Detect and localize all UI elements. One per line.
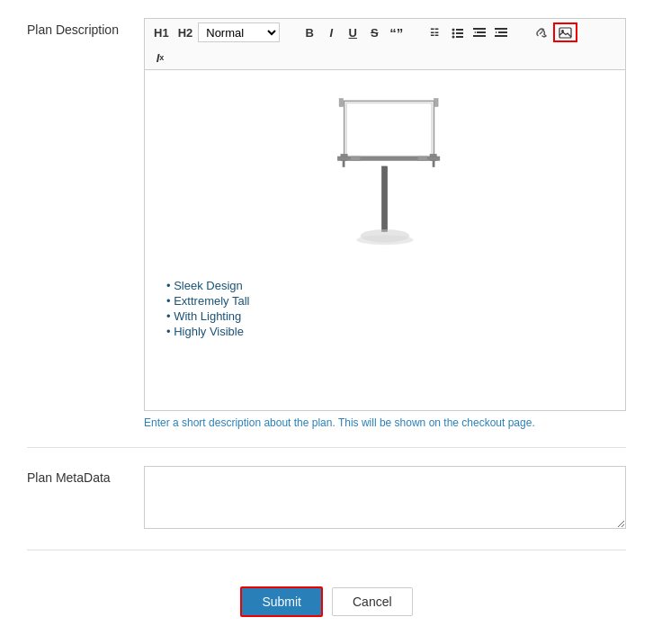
- svg-rect-18: [346, 103, 432, 156]
- clear-format-sub-icon: x: [159, 53, 164, 62]
- svg-rect-9: [473, 35, 486, 37]
- svg-point-16: [561, 30, 564, 32]
- indent-decrease-icon: [473, 26, 486, 39]
- image-icon: [559, 26, 572, 40]
- svg-point-5: [452, 36, 455, 39]
- svg-rect-22: [434, 98, 439, 106]
- indent-increase-button[interactable]: [491, 22, 511, 42]
- editor-container: H1 H2 Normal Heading 1 Heading 2 Heading…: [144, 18, 626, 429]
- svg-rect-29: [417, 157, 427, 161]
- ordered-list-button[interactable]: ☷: [426, 22, 446, 42]
- svg-rect-12: [498, 31, 507, 33]
- list-item-2: Exttremely Tall: [166, 294, 611, 308]
- link-icon: [534, 26, 548, 40]
- hint-highlight: plan: [312, 416, 333, 429]
- editor-toolbar-row2: Ix: [144, 46, 626, 69]
- format-select[interactable]: Normal Heading 1 Heading 2 Heading 3 Par…: [198, 22, 280, 42]
- editor-body[interactable]: Sleek Design Exttremely Tall With Lighti…: [144, 69, 626, 411]
- image-button[interactable]: [553, 22, 577, 42]
- svg-rect-15: [559, 28, 571, 38]
- list-item-1: Sleek Design: [166, 279, 611, 292]
- svg-marker-14: [496, 31, 497, 33]
- underline-button[interactable]: U: [343, 22, 362, 42]
- plan-metadata-row: Plan MetaData: [27, 466, 626, 550]
- editor-hint: Enter a short description about the plan…: [144, 416, 626, 429]
- plan-description-label: Plan Description: [27, 18, 144, 40]
- strikethrough-button[interactable]: S: [364, 22, 384, 42]
- svg-point-30: [356, 235, 414, 245]
- list-item-4: Highly Visible: [166, 325, 611, 338]
- svg-rect-28: [351, 157, 361, 161]
- svg-marker-10: [474, 31, 476, 33]
- svg-rect-4: [456, 32, 463, 34]
- svg-point-1: [452, 29, 455, 31]
- unordered-list-button[interactable]: [448, 22, 468, 42]
- billboard-image-container: [159, 85, 611, 264]
- svg-rect-6: [456, 36, 463, 38]
- svg-rect-26: [381, 166, 387, 232]
- bullet-list: Sleek Design Exttremely Tall With Lighti…: [159, 279, 611, 338]
- blockquote-button[interactable]: “”: [386, 22, 407, 42]
- italic-button[interactable]: I: [321, 22, 341, 42]
- svg-rect-8: [477, 31, 486, 33]
- page-container: Plan Description H1 H2 Normal Heading 1 …: [0, 0, 653, 644]
- list-item-3: With Lighting: [166, 309, 611, 323]
- form-footer: Submit Cancel: [27, 568, 626, 635]
- svg-rect-21: [339, 98, 344, 106]
- link-button[interactable]: [531, 22, 551, 42]
- svg-rect-2: [456, 29, 463, 31]
- hint-text-end: . This will be shown on the checkout pag…: [332, 416, 534, 429]
- plan-description-row: Plan Description H1 H2 Normal Heading 1 …: [27, 18, 626, 448]
- divider3: [514, 24, 528, 40]
- submit-button[interactable]: Submit: [240, 586, 323, 617]
- editor-toolbar-row1: H1 H2 Normal Heading 1 Heading 2 Heading…: [144, 18, 626, 46]
- cancel-button[interactable]: Cancel: [332, 587, 413, 616]
- svg-point-3: [452, 32, 455, 35]
- h1-button[interactable]: H1: [150, 22, 173, 42]
- indent-decrease-button[interactable]: [470, 22, 489, 42]
- divider1: [282, 24, 297, 40]
- ul-icon: [452, 26, 464, 39]
- metadata-content: [144, 466, 626, 532]
- indent-increase-icon: [495, 26, 507, 39]
- billboard-svg: [313, 85, 457, 264]
- ol-icon: ☷: [430, 26, 443, 39]
- svg-rect-11: [495, 28, 507, 30]
- h2-button[interactable]: H2: [174, 22, 197, 42]
- svg-rect-13: [495, 35, 507, 37]
- divider2: [409, 24, 424, 40]
- clear-format-button[interactable]: Ix: [150, 48, 170, 67]
- svg-rect-24: [343, 161, 345, 167]
- svg-text:☷: ☷: [430, 27, 439, 38]
- plan-metadata-label: Plan MetaData: [27, 466, 144, 487]
- svg-rect-25: [433, 161, 435, 167]
- bold-button[interactable]: B: [300, 22, 319, 42]
- metadata-textarea[interactable]: [144, 466, 626, 529]
- hint-text-start: Enter a short description about the: [144, 416, 312, 429]
- svg-rect-7: [473, 28, 486, 30]
